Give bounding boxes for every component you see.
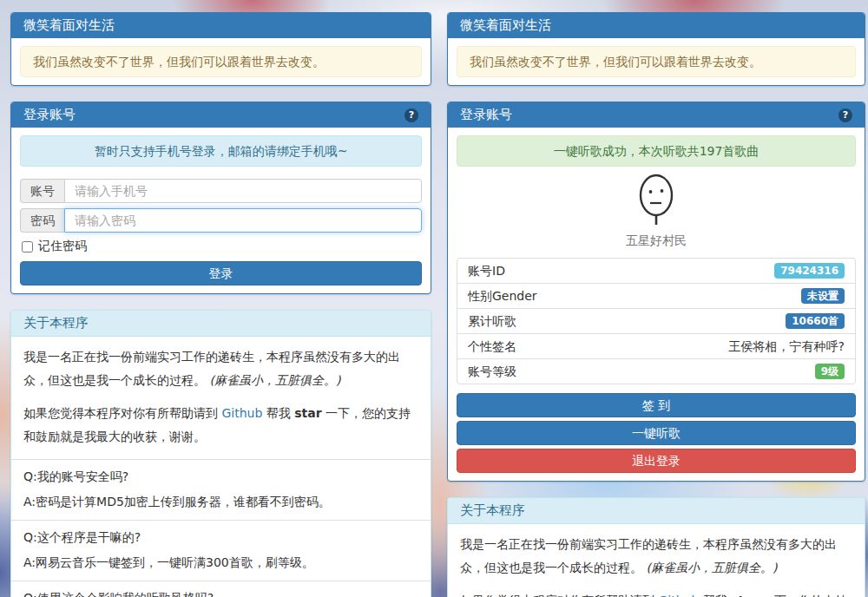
password-input-group: 密码 <box>20 208 422 233</box>
about-panel-title: 关于本程序 <box>23 316 89 331</box>
about-panel-title: 关于本程序 <box>460 503 525 518</box>
github-link[interactable]: Github <box>221 406 262 420</box>
gender-badge: 未设置 <box>801 288 845 304</box>
account-id-badge: 79424316 <box>774 263 845 279</box>
question-circle-icon[interactable]: ? <box>838 108 852 122</box>
level-badge: 9级 <box>815 364 845 379</box>
sign-in-button[interactable]: 签 到 <box>457 393 856 417</box>
about-paragraph-1: 我是一名正在找一份前端实习工作的递砖生，本程序虽然没有多大的出众，但这也是我一个… <box>23 345 418 393</box>
star-emphasis: star <box>731 594 758 597</box>
about-paragraph-1: 我是一名正在找一份前端实习工作的递砖生，本程序虽然没有多大的出众，但这也是我一个… <box>460 533 852 581</box>
faq-answer: A:网易云音乐一键签到，一键听满300首歌，刷等级。 <box>23 555 418 571</box>
star-emphasis: star <box>294 406 321 420</box>
account-panel-heading: 登录账号 ? <box>448 102 865 128</box>
info-label: 性别Gender <box>468 288 537 304</box>
faq-item: Q:使用这个会影响我的听歌风格吗? A:刷的歌都来自您的每日推荐歌单，不影响。 <box>11 581 431 597</box>
info-label: 账号等级 <box>468 364 516 379</box>
about-italic-note: (麻雀虽小，五脏俱全。) <box>209 373 340 387</box>
remember-password-label: 记住密码 <box>38 239 87 254</box>
listen-success-alert: 一键听歌成功，本次听歌共197首歌曲 <box>457 135 856 167</box>
faq-question: Q:使用这个会影响我的听歌风格吗? <box>23 591 418 597</box>
info-row-account-id: 账号ID 79424316 <box>457 259 855 283</box>
about-intro: 我是一名正在找一份前端实习工作的递砖生，本程序虽然没有多大的出众，但这也是我一个… <box>448 524 865 597</box>
quote-panel-body: 我们虽然改变不了世界，但我们可以跟着世界去改变。 <box>448 38 865 85</box>
info-row-signature: 个性签名 王侯将相，宁有种呼? <box>457 333 855 358</box>
meme-face-avatar <box>633 172 680 229</box>
quote-panel: 微笑着面对生活 我们虽然改变不了世界，但我们可以跟着世界去改变。 <box>10 12 431 86</box>
info-row-level: 账号等级 9级 <box>457 358 855 384</box>
faq-item: Q:我的账号安全吗? A:密码是计算MD5加密上传到服务器，谁都看不到密码。 <box>11 459 431 520</box>
account-info-list: 账号ID 79424316 性别Gender 未设置 累计听歌 10660首 个… <box>457 258 856 384</box>
info-label: 账号ID <box>468 263 505 279</box>
quote-panel-title: 微笑着面对生活 <box>460 18 551 33</box>
about-panel-heading: 关于本程序 <box>11 311 431 337</box>
remember-password-checkbox[interactable] <box>22 241 33 253</box>
info-row-gender: 性别Gender 未设置 <box>457 283 855 308</box>
quote-alert: 我们虽然改变不了世界，但我们可以跟着世界去改变。 <box>20 46 422 77</box>
account-actions: 签 到 一键听歌 退出登录 <box>457 393 856 473</box>
page: 微笑着面对生活 我们虽然改变不了世界，但我们可以跟着世界去改变。 登录账号 ? … <box>0 0 868 597</box>
remember-password-row: 记住密码 <box>22 239 422 254</box>
about-italic-note: (麻雀虽小，五脏俱全。) <box>646 561 777 574</box>
faq-item: Q:这个程序是干嘛的? A:网易云音乐一键签到，一键听满300首歌，刷等级。 <box>11 520 431 581</box>
about-paragraph-2: 如果您觉得本程序对你有所帮助请到 Github 帮我 star 一下，您的支持和… <box>460 589 852 597</box>
one-click-listen-button[interactable]: 一键听歌 <box>457 421 856 445</box>
account-input[interactable] <box>64 179 422 203</box>
question-circle-icon[interactable]: ? <box>404 108 418 122</box>
login-notice-alert: 暂时只支持手机号登录，邮箱的请绑定手机哦~ <box>20 135 422 167</box>
logout-button[interactable]: 退出登录 <box>457 449 856 473</box>
account-input-group: 账号 <box>20 179 422 203</box>
right-column: 微笑着面对生活 我们虽然改变不了世界，但我们可以跟着世界去改变。 登录账号 ? … <box>447 12 865 597</box>
quote-panel: 微笑着面对生活 我们虽然改变不了世界，但我们可以跟着世界去改变。 <box>447 12 865 86</box>
account-panel-title: 登录账号 <box>460 108 512 122</box>
quote-alert: 我们虽然改变不了世界，但我们可以跟着世界去改变。 <box>457 46 856 77</box>
left-column: 微笑着面对生活 我们虽然改变不了世界，但我们可以跟着世界去改变。 登录账号 ? … <box>10 12 431 597</box>
login-panel: 登录账号 ? 暂时只支持手机号登录，邮箱的请绑定手机哦~ 账号 密码 记住密码 … <box>10 102 431 294</box>
account-panel-body: 一键听歌成功，本次听歌共197首歌曲 五星好村民 账号ID 79424316 <box>448 128 865 481</box>
quote-panel-body: 我们虽然改变不了世界，但我们可以跟着世界去改变。 <box>11 38 431 85</box>
password-input[interactable] <box>64 208 422 233</box>
avatar-block: 五星好村民 <box>457 167 856 251</box>
info-label: 累计听歌 <box>468 313 516 329</box>
account-panel: 登录账号 ? 一键听歌成功，本次听歌共197首歌曲 五星好村民 <box>447 102 865 482</box>
about-panel-heading: 关于本程序 <box>448 498 865 524</box>
faq-question: Q:这个程序是干嘛的? <box>23 530 418 546</box>
password-label: 密码 <box>20 208 64 233</box>
faq-answer: A:密码是计算MD5加密上传到服务器，谁都看不到密码。 <box>23 495 418 510</box>
about-paragraph-2: 如果您觉得本程序对你有所帮助请到 Github 帮我 star 一下，您的支持和… <box>23 402 418 449</box>
signature-value: 王侯将相，宁有种呼? <box>729 338 845 354</box>
login-button[interactable]: 登录 <box>20 261 422 285</box>
about-panel: 关于本程序 我是一名正在找一份前端实习工作的递砖生，本程序虽然没有多大的出众，但… <box>10 310 431 597</box>
faq-question: Q:我的账号安全吗? <box>23 469 418 485</box>
github-link[interactable]: Github <box>658 594 699 597</box>
quote-panel-heading: 微笑着面对生活 <box>11 13 431 38</box>
account-label: 账号 <box>20 179 64 203</box>
about-intro: 我是一名正在找一份前端实习工作的递砖生，本程序虽然没有多大的出众，但这也是我一个… <box>11 337 431 459</box>
total-listens-badge: 10660首 <box>786 313 845 329</box>
avatar-caption: 五星好村民 <box>457 233 856 249</box>
login-panel-body: 暂时只支持手机号登录，邮箱的请绑定手机哦~ 账号 密码 记住密码 登录 <box>11 128 431 293</box>
login-panel-title: 登录账号 <box>23 108 76 122</box>
info-row-total-listens: 累计听歌 10660首 <box>457 308 855 333</box>
quote-panel-heading: 微笑着面对生活 <box>448 13 865 38</box>
info-label: 个性签名 <box>468 338 516 354</box>
about-panel: 关于本程序 我是一名正在找一份前端实习工作的递砖生，本程序虽然没有多大的出众，但… <box>447 497 865 597</box>
login-panel-heading: 登录账号 ? <box>11 102 431 128</box>
quote-panel-title: 微笑着面对生活 <box>23 18 115 33</box>
